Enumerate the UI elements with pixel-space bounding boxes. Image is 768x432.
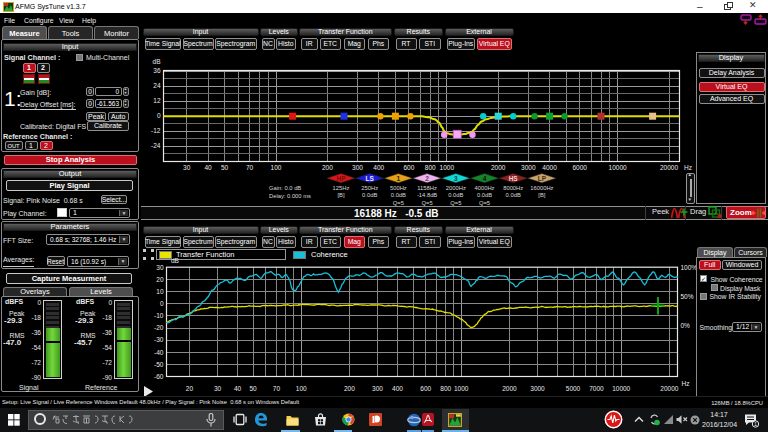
svg-text:12: 12: [153, 97, 161, 104]
svg-text:2000Hz: 2000Hz: [446, 185, 466, 191]
svg-text:20000: 20000: [660, 164, 678, 171]
svg-text:40: 40: [234, 385, 242, 392]
svg-text:[B]: [B]: [337, 192, 344, 198]
svg-text:3000: 3000: [521, 164, 536, 171]
svg-text:0.0dB: 0.0dB: [506, 192, 521, 198]
svg-text:500Hz: 500Hz: [390, 185, 407, 191]
svg-text:24: 24: [153, 82, 161, 89]
svg-text:Delay: 0.000 ms: Delay: 0.000 ms: [269, 193, 311, 199]
svg-text:-20: -20: [154, 324, 164, 331]
svg-text:200: 200: [344, 385, 355, 392]
svg-text:70: 70: [273, 385, 281, 392]
svg-text:300: 300: [352, 164, 363, 171]
svg-text:50: 50: [221, 164, 229, 171]
svg-text:4000: 4000: [542, 164, 557, 171]
svg-text:30: 30: [183, 164, 191, 171]
svg-text:50: 50: [249, 385, 257, 392]
svg-text:Gain: 0.0 dB: Gain: 0.0 dB: [269, 185, 301, 191]
svg-text:250Hz: 250Hz: [361, 185, 378, 191]
svg-text:0.0dB: 0.0dB: [391, 192, 406, 198]
svg-text:HP: HP: [336, 175, 346, 182]
svg-text:16000Hz: 16000Hz: [530, 185, 553, 191]
svg-text:Hz: Hz: [684, 164, 692, 171]
svg-text:1000: 1000: [454, 385, 469, 392]
svg-text:0.0dB: 0.0dB: [477, 192, 492, 198]
svg-text:-40: -40: [154, 349, 164, 356]
svg-text:-14.8dB: -14.8dB: [417, 192, 437, 198]
svg-text:2: 2: [425, 175, 429, 182]
svg-text:5000: 5000: [566, 385, 581, 392]
svg-text:LP: LP: [538, 175, 547, 182]
svg-text:dB: dB: [171, 257, 179, 264]
svg-text:LS: LS: [366, 175, 375, 182]
svg-text:3000: 3000: [530, 385, 545, 392]
svg-text:Hz: Hz: [682, 380, 690, 387]
svg-text:200: 200: [322, 164, 333, 171]
svg-text:30: 30: [214, 385, 222, 392]
svg-text:300: 300: [372, 385, 383, 392]
svg-text:100%: 100%: [681, 264, 698, 271]
svg-text:125Hz: 125Hz: [333, 185, 350, 191]
svg-text:0: 0: [157, 112, 161, 119]
svg-text:HS: HS: [509, 175, 519, 182]
svg-text:1: 1: [754, 421, 757, 427]
svg-text:0.0dB: 0.0dB: [362, 192, 377, 198]
svg-text:20000: 20000: [660, 385, 678, 392]
svg-text:1158Hz: 1158Hz: [417, 185, 437, 191]
svg-text:7000: 7000: [589, 385, 604, 392]
svg-text:2000: 2000: [491, 164, 506, 171]
svg-text:0: 0: [160, 300, 164, 307]
svg-text:6000: 6000: [572, 164, 587, 171]
svg-text:600: 600: [403, 164, 414, 171]
svg-text:30: 30: [156, 264, 164, 271]
svg-text:20: 20: [186, 385, 194, 392]
svg-text:4: 4: [483, 175, 487, 182]
svg-text:10000: 10000: [609, 164, 627, 171]
svg-text:1000: 1000: [440, 164, 455, 171]
svg-text:0.0dB: 0.0dB: [448, 192, 463, 198]
svg-text:800: 800: [440, 385, 451, 392]
svg-text:3: 3: [454, 175, 458, 182]
svg-text:10: 10: [156, 288, 164, 295]
svg-text:400: 400: [392, 385, 403, 392]
svg-text:8000Hz: 8000Hz: [503, 185, 523, 191]
svg-text:50%: 50%: [681, 293, 694, 300]
svg-text:100: 100: [271, 164, 282, 171]
svg-text:20: 20: [156, 276, 164, 283]
svg-text:10000: 10000: [612, 385, 630, 392]
svg-text:2000: 2000: [502, 385, 517, 392]
svg-text:dB: dB: [153, 58, 161, 65]
svg-text:-50: -50: [154, 361, 164, 368]
svg-text:400: 400: [373, 164, 384, 171]
svg-text:1: 1: [397, 175, 401, 182]
svg-text:600: 600: [420, 385, 431, 392]
svg-text:36: 36: [153, 67, 161, 74]
svg-text:100: 100: [296, 385, 307, 392]
svg-text:800: 800: [425, 164, 436, 171]
svg-text:-30: -30: [154, 336, 164, 343]
svg-text:70: 70: [246, 164, 254, 171]
svg-text:0%: 0%: [681, 322, 691, 329]
svg-text:-12: -12: [151, 127, 161, 134]
svg-text:-10: -10: [154, 312, 164, 319]
svg-text:-60: -60: [154, 373, 164, 380]
svg-text:-24: -24: [151, 142, 161, 149]
svg-text:[B]: [B]: [538, 192, 545, 198]
svg-text:4000Hz: 4000Hz: [475, 185, 495, 191]
svg-text:40: 40: [204, 164, 212, 171]
